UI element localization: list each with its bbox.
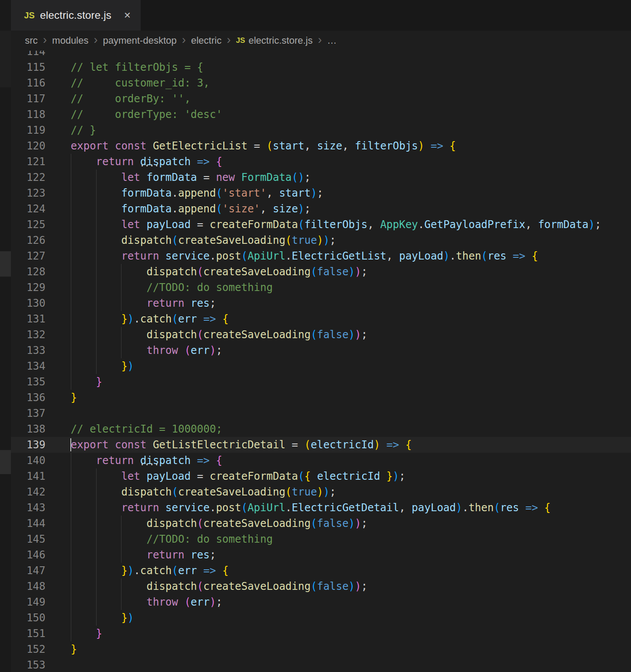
code-line[interactable]: 128 dispatch(createSaveLoading(false));	[0, 264, 631, 280]
code-line[interactable]: 151 }	[0, 626, 631, 641]
code-line[interactable]: 141 let payLoad = createFormData({ elect…	[0, 468, 631, 484]
code-line[interactable]: 125 let payLoad = createFormData(filterO…	[0, 217, 631, 232]
breadcrumb-item-electric[interactable]: electric	[191, 35, 222, 46]
code-line[interactable]: 152 }	[0, 641, 631, 657]
code-token	[235, 171, 241, 184]
code-line[interactable]: 122 let formData = new FormData();	[0, 170, 631, 185]
indent-guide	[96, 484, 97, 500]
code-line[interactable]: 117 // orderBy: '',	[0, 91, 631, 107]
code-token: (	[216, 203, 222, 215]
code-line[interactable]: 131 }).catch(err => {	[0, 311, 631, 327]
code-token: =>	[203, 313, 216, 325]
code-line[interactable]: 134 })	[0, 358, 631, 374]
code-line[interactable]: 148 dispatch(createSaveLoading(false));	[0, 578, 631, 594]
code-token: .	[210, 502, 216, 514]
code-token: }	[71, 391, 77, 404]
code-token: // orderType: 'desc'	[45, 108, 222, 121]
code-line[interactable]: 146 return res;	[0, 547, 631, 563]
code-token: (	[172, 565, 178, 577]
code-token: =	[247, 140, 266, 152]
code-token: dispatch	[146, 517, 197, 530]
code-line[interactable]: 133 throw (err);	[0, 343, 631, 358]
code-editor[interactable]: 114115 // let filterObjs = {116 // custo…	[0, 51, 631, 672]
code-token: payLoad	[399, 250, 443, 262]
code-token: (	[285, 234, 291, 246]
code-token: filterObjs	[355, 140, 418, 152]
breadcrumb-item-electric.store.js[interactable]: JSelectric.store.js	[236, 35, 313, 46]
code-token: ,	[342, 140, 355, 152]
breadcrumb-item-src[interactable]: src	[25, 35, 38, 46]
code-token: size	[273, 203, 298, 215]
code-token: =>	[386, 439, 399, 451]
code-token: )	[443, 250, 449, 262]
code-line[interactable]: 127 return service.post(ApiUrl.ElectricG…	[0, 248, 631, 264]
code-text: dispatch(createSaveLoading(false));	[45, 264, 631, 280]
code-token: true	[292, 486, 317, 498]
indent-guide	[96, 468, 97, 484]
code-line[interactable]: 118 // orderType: 'desc'	[0, 107, 631, 122]
code-text: // customer_id: 3,	[45, 75, 631, 91]
code-token	[45, 313, 121, 325]
code-token: .	[172, 203, 178, 215]
breadcrumb-item-more-symbols[interactable]: …	[327, 35, 336, 46]
code-token: ,	[267, 187, 279, 199]
code-line[interactable]: 120 export const GetElectricList = (star…	[0, 138, 631, 154]
code-token	[178, 344, 184, 357]
code-token: ApiUrl	[247, 250, 285, 262]
code-line[interactable]: 116 // customer_id: 3,	[0, 75, 631, 91]
code-line[interactable]: 124 formData.append('size', size);	[0, 201, 631, 217]
code-token	[134, 454, 140, 467]
code-line[interactable]: 149 throw (err);	[0, 594, 631, 610]
code-line[interactable]: 129 //TODO: do something	[0, 280, 631, 295]
code-token: ,	[386, 250, 399, 262]
code-line[interactable]: 135 }	[0, 374, 631, 390]
code-line[interactable]: 137	[0, 405, 631, 421]
code-token: dispatch	[146, 580, 197, 592]
code-line[interactable]: 114	[0, 51, 631, 59]
code-line[interactable]: 136 }	[0, 390, 631, 405]
code-line[interactable]: 115 // let filterObjs = {	[0, 59, 631, 75]
code-token: ,	[304, 140, 317, 152]
code-token	[45, 218, 121, 231]
code-token: )	[349, 266, 355, 278]
code-token: .	[418, 218, 424, 231]
code-token: (	[494, 502, 500, 514]
code-text: throw (err);	[45, 594, 631, 610]
code-token: ElectricGetDetail	[292, 502, 399, 514]
code-line[interactable]: 150 })	[0, 610, 631, 626]
breadcrumb: src›modules›payment-desktop›electric›JSe…	[0, 31, 631, 51]
breadcrumb-item-modules[interactable]: modules	[52, 35, 88, 46]
code-line[interactable]: 153	[0, 657, 631, 672]
code-line[interactable]: 144 dispatch(createSaveLoading(false));	[0, 516, 631, 531]
code-line[interactable]: 123 formData.append('start', start);	[0, 185, 631, 201]
indent-guide	[121, 327, 121, 343]
code-line[interactable]: 132 dispatch(createSaveLoading(false));	[0, 327, 631, 343]
code-token: }	[121, 360, 127, 372]
code-token: post	[216, 250, 241, 262]
code-token: return	[96, 454, 134, 467]
code-token: // electricId = 1000000;	[71, 423, 222, 435]
tab-close-icon[interactable]: ✕	[124, 10, 131, 21]
code-line[interactable]: 138 // electricId = 1000000;	[0, 421, 631, 437]
code-line[interactable]: 143 return service.post(ApiUrl.ElectricG…	[0, 500, 631, 516]
indent-guide	[71, 594, 71, 610]
code-token: (	[197, 580, 203, 592]
code-token	[45, 203, 121, 215]
code-line[interactable]: 140 return dispatch => {	[0, 453, 631, 468]
indent-guide	[71, 295, 71, 311]
code-token: {	[222, 565, 229, 577]
breadcrumb-item-payment-desktop[interactable]: payment-desktop	[103, 35, 177, 46]
code-token: ElectricGetList	[292, 250, 387, 262]
code-line[interactable]: 142 dispatch(createSaveLoading(true));	[0, 484, 631, 500]
code-line[interactable]: 121 return dispatch => {	[0, 154, 631, 170]
tab-electric-store-js[interactable]: JS electric.store.js ✕	[11, 0, 141, 31]
code-line[interactable]: 139 export const GetListElectricDetail =…	[0, 437, 631, 453]
code-line[interactable]: 126 dispatch(createSaveLoading(true));	[0, 232, 631, 248]
code-line[interactable]: 147 }).catch(err => {	[0, 563, 631, 578]
code-lines: 114115 // let filterObjs = {116 // custo…	[0, 51, 631, 672]
code-line[interactable]: 119 // }	[0, 122, 631, 138]
left-panel-strip	[0, 0, 11, 672]
code-line[interactable]: 130 return res;	[0, 295, 631, 311]
code-token	[159, 502, 165, 514]
code-line[interactable]: 145 //TODO: do something	[0, 531, 631, 547]
